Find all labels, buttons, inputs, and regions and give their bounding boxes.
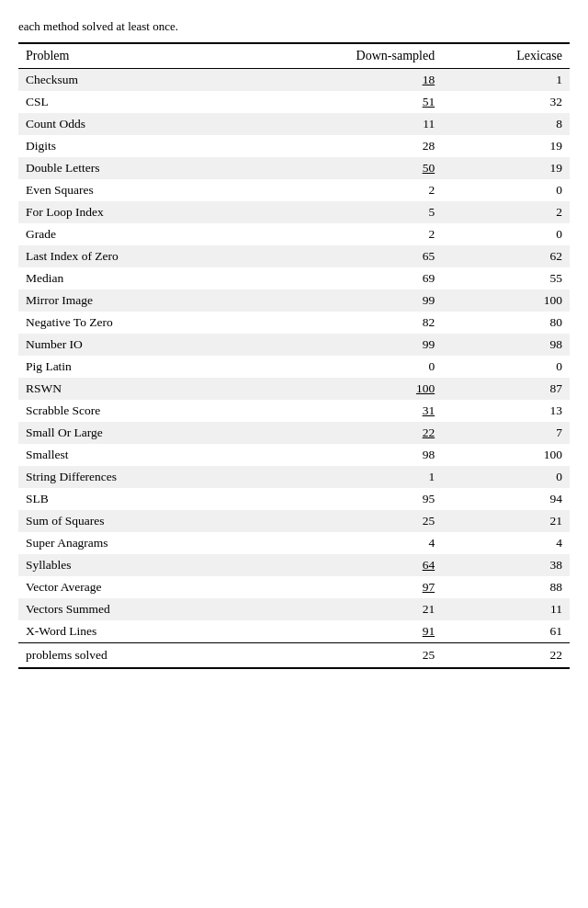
cell-downsampled: 2 <box>245 179 442 201</box>
cell-downsampled: 18 <box>245 69 442 92</box>
cell-downsampled: 64 <box>245 554 442 576</box>
col-header-lexicase: Lexicase <box>442 43 570 69</box>
cell-lexicase: 32 <box>442 91 570 113</box>
footer-downsampled: 25 <box>245 643 442 669</box>
cell-problem: Vectors Summed <box>18 598 245 620</box>
cell-lexicase: 98 <box>442 334 570 356</box>
cell-lexicase: 1 <box>442 69 570 92</box>
cell-downsampled: 98 <box>245 444 442 466</box>
table-row: Vectors Summed2111 <box>18 598 570 620</box>
cell-problem: Median <box>18 267 245 289</box>
table-row: Smallest98100 <box>18 444 570 466</box>
table-row: Vector Average9788 <box>18 576 570 598</box>
col-header-problem: Problem <box>18 43 245 69</box>
table-row: Pig Latin00 <box>18 356 570 378</box>
cell-downsampled: 65 <box>245 245 442 267</box>
table-row: Syllables6438 <box>18 554 570 576</box>
cell-downsampled: 0 <box>245 356 442 378</box>
cell-lexicase: 88 <box>442 576 570 598</box>
cell-problem: Vector Average <box>18 576 245 598</box>
cell-lexicase: 61 <box>442 620 570 643</box>
cell-downsampled: 99 <box>245 289 442 312</box>
table-row: Double Letters5019 <box>18 157 570 179</box>
cell-downsampled: 25 <box>245 510 442 532</box>
cell-problem: Super Anagrams <box>18 532 245 554</box>
table-header-row: Problem Down-sampled Lexicase <box>18 43 570 69</box>
cell-problem: Negative To Zero <box>18 312 245 334</box>
table-row: Even Squares20 <box>18 179 570 201</box>
table-row: Sum of Squares2521 <box>18 510 570 532</box>
cell-problem: Grade <box>18 223 245 245</box>
cell-downsampled: 22 <box>245 422 442 444</box>
cell-downsampled: 91 <box>245 620 442 643</box>
table-row: Mirror Image99100 <box>18 289 570 312</box>
cell-problem: Small Or Large <box>18 422 245 444</box>
cell-problem: Syllables <box>18 554 245 576</box>
cell-lexicase: 13 <box>442 400 570 422</box>
cell-downsampled: 31 <box>245 400 442 422</box>
cell-lexicase: 38 <box>442 554 570 576</box>
footer-row: problems solved 25 22 <box>18 643 570 669</box>
cell-lexicase: 100 <box>442 444 570 466</box>
table-row: Negative To Zero8280 <box>18 312 570 334</box>
cell-lexicase: 62 <box>442 245 570 267</box>
cell-problem: Pig Latin <box>18 356 245 378</box>
cell-lexicase: 4 <box>442 532 570 554</box>
cell-lexicase: 0 <box>442 466 570 488</box>
table-row: Median6955 <box>18 267 570 289</box>
cell-downsampled: 50 <box>245 157 442 179</box>
table-row: Number IO9998 <box>18 334 570 356</box>
cell-problem: Scrabble Score <box>18 400 245 422</box>
cell-problem: Count Odds <box>18 113 245 135</box>
cell-problem: Mirror Image <box>18 289 245 312</box>
cell-downsampled: 1 <box>245 466 442 488</box>
cell-problem: Digits <box>18 135 245 157</box>
cell-problem: Number IO <box>18 334 245 356</box>
cell-lexicase: 8 <box>442 113 570 135</box>
cell-lexicase: 0 <box>442 223 570 245</box>
cell-lexicase: 2 <box>442 201 570 223</box>
table-row: Super Anagrams44 <box>18 532 570 554</box>
table-row: RSWN10087 <box>18 378 570 400</box>
table-row: X-Word Lines9161 <box>18 620 570 643</box>
cell-lexicase: 0 <box>442 179 570 201</box>
table-row: SLB9594 <box>18 488 570 510</box>
cell-problem: SLB <box>18 488 245 510</box>
cell-lexicase: 11 <box>442 598 570 620</box>
cell-downsampled: 69 <box>245 267 442 289</box>
cell-downsampled: 28 <box>245 135 442 157</box>
cell-lexicase: 7 <box>442 422 570 444</box>
cell-problem: CSL <box>18 91 245 113</box>
cell-problem: Even Squares <box>18 179 245 201</box>
table-row: Digits2819 <box>18 135 570 157</box>
table-footer: problems solved 25 22 <box>18 643 570 669</box>
cell-lexicase: 0 <box>442 356 570 378</box>
cell-downsampled: 5 <box>245 201 442 223</box>
cell-problem: For Loop Index <box>18 201 245 223</box>
table-row: For Loop Index52 <box>18 201 570 223</box>
table-row: Scrabble Score3113 <box>18 400 570 422</box>
results-table: Problem Down-sampled Lexicase Checksum18… <box>18 42 570 669</box>
cell-problem: X-Word Lines <box>18 620 245 643</box>
table-row: Grade20 <box>18 223 570 245</box>
cell-downsampled: 100 <box>245 378 442 400</box>
cell-lexicase: 21 <box>442 510 570 532</box>
cell-downsampled: 21 <box>245 598 442 620</box>
cell-downsampled: 2 <box>245 223 442 245</box>
cell-problem: Last Index of Zero <box>18 245 245 267</box>
table-row: CSL5132 <box>18 91 570 113</box>
cell-downsampled: 95 <box>245 488 442 510</box>
table-row: Last Index of Zero6562 <box>18 245 570 267</box>
cell-lexicase: 19 <box>442 157 570 179</box>
footer-label: problems solved <box>18 643 245 669</box>
cell-problem: Checksum <box>18 69 245 92</box>
table-body: Checksum181CSL5132Count Odds118Digits281… <box>18 69 570 643</box>
col-header-downsampled: Down-sampled <box>245 43 442 69</box>
cell-problem: RSWN <box>18 378 245 400</box>
footer-lexicase: 22 <box>442 643 570 669</box>
cell-downsampled: 82 <box>245 312 442 334</box>
cell-lexicase: 80 <box>442 312 570 334</box>
cell-problem: Sum of Squares <box>18 510 245 532</box>
cell-lexicase: 55 <box>442 267 570 289</box>
caption-text: each method solved at least once. <box>18 18 570 35</box>
